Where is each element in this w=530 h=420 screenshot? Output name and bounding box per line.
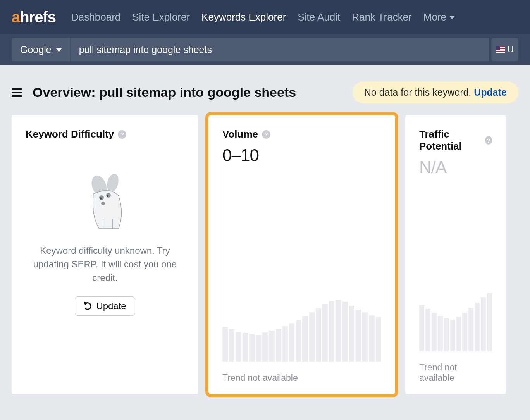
svg-point-3 [106,193,111,198]
chart-bar [468,308,473,351]
kd-update-label: Update [96,301,126,312]
nav-keywords-explorer[interactable]: Keywords Explorer [201,11,286,23]
nav-rank-tracker[interactable]: Rank Tracker [352,11,412,23]
page-title-prefix: Overview: [33,85,99,100]
help-icon[interactable]: ? [485,136,492,145]
nav-more[interactable]: More [423,11,455,23]
nav-rank-tracker-label: Rank Tracker [352,11,412,23]
nav-site-explorer[interactable]: Site Explorer [132,11,190,23]
chart-bar [249,334,255,362]
chart-bar [432,313,437,351]
kd-message: Keyword difficulty unknown. Try updating… [29,244,181,284]
logo[interactable]: ahrefs [12,9,56,26]
nav-site-audit-label: Site Audit [298,11,340,23]
volume-card-title: Volume ? [222,128,381,140]
chart-bar [456,317,461,351]
tp-chart [419,177,492,351]
nav-dashboard-label: Dashboard [71,11,120,23]
chart-bar [262,332,268,362]
search-bar: Google U [0,34,530,65]
us-flag-icon [496,46,505,53]
chart-bar [342,302,348,362]
chart-bar [349,306,354,362]
nav-dashboard[interactable]: Dashboard [71,11,120,23]
chart-bar [362,312,368,362]
nav-site-audit[interactable]: Site Audit [298,11,340,23]
volume-card: Volume ? 0–10 Trend not available [208,115,395,394]
tp-card-title: Traffic Potential ? [419,128,492,152]
tp-title-label: Traffic Potential [419,128,481,152]
svg-point-5 [107,195,109,197]
chart-bar [269,331,274,362]
chart-bar [309,312,315,362]
keyword-input[interactable] [70,38,489,61]
chevron-down-icon [449,16,455,19]
chart-bar [450,320,455,351]
chart-bar [475,303,480,351]
chart-bar [369,315,374,362]
chart-bar [296,320,301,362]
dog-illustration [72,167,138,232]
chart-bar [481,297,486,351]
page-title-keyword: pull sitemap into google sheets [99,85,296,100]
refresh-icon [84,302,91,310]
chevron-down-icon [56,48,62,52]
svg-point-1 [105,172,120,193]
chart-bar [282,326,288,362]
nav-more-label: More [423,11,446,23]
chart-bar [289,323,294,362]
volume-chart [222,165,381,362]
search-engine-select[interactable]: Google [12,38,70,61]
help-icon[interactable]: ? [262,130,270,139]
chart-bar [444,318,449,351]
chart-bar [302,316,308,362]
traffic-potential-card: Traffic Potential ? N/A Trend not availa… [405,115,506,394]
top-nav: ahrefs Dashboard Site Explorer Keywords … [0,0,530,34]
chart-bar [419,305,424,351]
logo-rest: hrefs [20,9,56,26]
svg-point-6 [101,202,105,205]
chart-bar [256,335,261,362]
volume-value: 0–10 [222,146,381,165]
chart-bar [336,300,341,362]
keyword-difficulty-card: Keyword Difficulty ? Keyword difficu [12,115,198,394]
tp-trend-text: Trend not available [419,362,492,383]
chart-bar [243,333,248,362]
page-title: Overview: pull sitemap into google sheet… [33,85,342,100]
notice-pill: No data for this keyword. Update [353,81,518,103]
menu-icon[interactable] [12,88,22,97]
kd-update-button[interactable]: Update [75,296,135,316]
tp-value: N/A [419,158,492,177]
nav-keywords-explorer-label: Keywords Explorer [201,11,286,23]
country-code-label: U [508,45,514,55]
kd-title-label: Keyword Difficulty [26,128,114,140]
cards-row: Keyword Difficulty ? Keyword difficu [0,115,530,394]
search-engine-label: Google [20,44,52,55]
notice-update-link[interactable]: Update [474,87,507,98]
chart-bar [222,327,228,362]
chart-bar [322,304,328,362]
chart-bar [425,309,430,351]
chart-bar [438,316,443,351]
svg-point-2 [99,195,104,200]
country-select[interactable]: U [491,38,518,61]
chart-bar [276,329,281,362]
logo-letter-a: a [12,9,20,26]
kd-card-title: Keyword Difficulty ? [26,128,184,140]
title-row: Overview: pull sitemap into google sheet… [0,65,530,115]
chart-bar [376,317,381,362]
chart-bar [316,308,321,362]
chart-bar [487,293,492,351]
chart-bar [236,332,241,362]
svg-point-4 [100,198,102,200]
volume-title-label: Volume [222,128,258,140]
chart-bar [462,313,467,351]
notice-text: No data for this keyword. [364,87,474,98]
chart-bar [229,329,234,362]
nav-site-explorer-label: Site Explorer [132,11,190,23]
volume-trend-text: Trend not available [222,373,381,383]
chart-bar [356,310,361,362]
chart-bar [329,301,334,362]
kd-body: Keyword difficulty unknown. Try updating… [26,146,184,383]
help-icon[interactable]: ? [118,130,126,139]
